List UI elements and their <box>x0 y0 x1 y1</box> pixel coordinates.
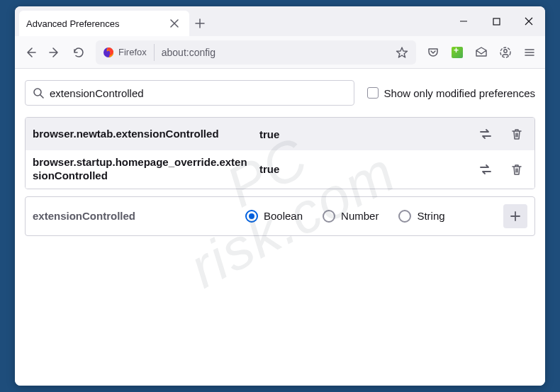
close-window-button[interactable] <box>513 6 545 36</box>
type-radio-string[interactable]: String <box>398 210 444 223</box>
show-modified-label: Show only modified preferences <box>384 87 535 99</box>
radio-label: Boolean <box>264 210 303 222</box>
pocket-icon <box>427 46 439 59</box>
show-modified-checkbox[interactable]: Show only modified preferences <box>367 87 535 99</box>
pocket-button[interactable] <box>422 41 444 64</box>
preference-value: true <box>259 128 468 140</box>
minimize-icon <box>459 17 468 26</box>
navigation-toolbar: Firefox about:config <box>15 36 545 69</box>
url-text[interactable]: about:config <box>155 47 392 58</box>
trash-icon <box>510 128 523 140</box>
window-controls <box>447 6 545 36</box>
checkbox-icon <box>367 87 379 99</box>
tab-close-button[interactable] <box>167 16 182 31</box>
search-icon <box>33 87 44 99</box>
plus-icon <box>510 211 521 222</box>
type-radios: Boolean Number String <box>245 210 496 223</box>
forward-button[interactable] <box>43 41 66 64</box>
extension-icon <box>452 47 463 58</box>
type-radio-number[interactable]: Number <box>323 210 379 223</box>
preference-name: browser.newtab.extensionControlled <box>33 128 252 141</box>
extension-button[interactable] <box>446 41 469 64</box>
delete-button[interactable] <box>506 159 527 180</box>
close-icon <box>170 19 179 28</box>
svg-point-3 <box>504 49 507 52</box>
svg-rect-0 <box>493 18 500 25</box>
browser-tab[interactable]: Advanced Preferences <box>19 11 189 36</box>
app-menu-button[interactable] <box>518 41 541 64</box>
trash-icon <box>510 163 523 176</box>
plus-icon <box>195 18 205 28</box>
close-icon <box>525 17 533 26</box>
search-row: Show only modified preferences <box>25 80 535 106</box>
identity-label: Firefox <box>118 47 147 57</box>
back-button[interactable] <box>19 41 42 64</box>
identity-box[interactable]: Firefox <box>96 44 155 61</box>
preference-value: true <box>259 163 468 175</box>
search-box[interactable] <box>25 80 354 106</box>
star-icon <box>396 46 408 59</box>
preference-name: browser.startup.homepage_override.extens… <box>33 156 252 183</box>
titlebar: Advanced Preferences <box>15 6 545 36</box>
toggle-icon <box>478 127 493 141</box>
delete-button[interactable] <box>506 123 527 145</box>
inbox-button[interactable] <box>470 41 493 64</box>
radio-icon <box>398 210 411 223</box>
preferences-table: browser.newtab.extensionControlled true … <box>25 117 535 189</box>
url-bar[interactable]: Firefox about:config <box>96 40 416 65</box>
radio-icon <box>245 210 258 223</box>
minimize-button[interactable] <box>447 6 480 36</box>
radio-icon <box>323 210 335 223</box>
about-config-content: Show only modified preferences browser.n… <box>15 69 545 386</box>
tab-title: Advanced Preferences <box>26 18 161 29</box>
new-tab-button[interactable] <box>189 11 211 36</box>
maximize-icon <box>493 18 500 26</box>
preference-row[interactable]: browser.startup.homepage_override.extens… <box>26 150 534 189</box>
radio-label: Number <box>341 210 379 222</box>
type-radio-boolean[interactable]: Boolean <box>245 210 303 223</box>
add-preference-row: extensionControlled Boolean Number Strin… <box>25 196 535 236</box>
preference-row[interactable]: browser.newtab.extensionControlled true <box>26 118 534 150</box>
bookmark-button[interactable] <box>392 43 412 62</box>
toggle-button[interactable] <box>475 159 496 180</box>
account-button[interactable] <box>494 41 517 64</box>
reload-icon <box>72 46 85 59</box>
radio-label: String <box>417 210 444 222</box>
firefox-logo-icon <box>103 47 114 58</box>
account-icon <box>499 46 512 59</box>
add-preference-button[interactable] <box>503 204 527 228</box>
maximize-button[interactable] <box>480 6 513 36</box>
toggle-icon <box>478 162 493 177</box>
new-preference-name: extensionControlled <box>33 210 238 222</box>
browser-window: Advanced Preferences <box>15 6 545 386</box>
reload-button[interactable] <box>67 41 90 64</box>
search-input[interactable] <box>50 87 347 99</box>
toggle-button[interactable] <box>475 123 496 145</box>
arrow-right-icon <box>48 46 61 59</box>
hamburger-icon <box>524 47 535 58</box>
arrow-left-icon <box>24 46 37 59</box>
inbox-icon <box>475 46 488 59</box>
